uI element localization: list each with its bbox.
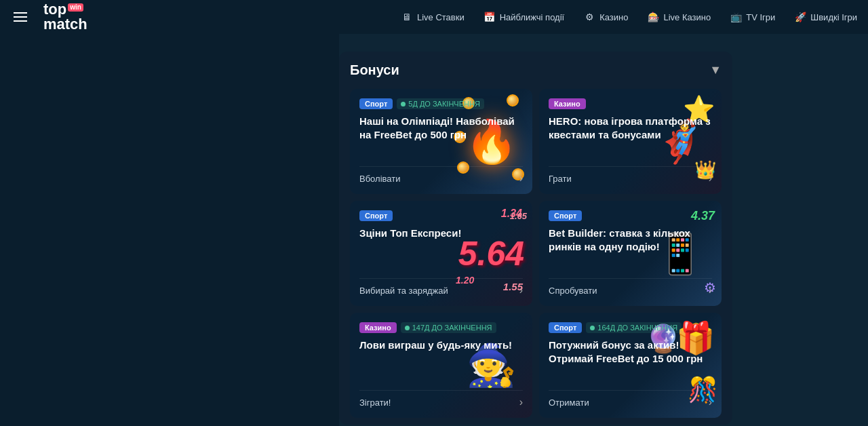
card-freebet-title: Потужний бонус за актив! Отримай FreeBet… [549,338,712,365]
card-freebet-action: Отримати [549,398,589,408]
card-express-arrow: › [519,284,523,296]
nav-live-casino[interactable]: 🎰 Live Казино [647,11,711,23]
nav-upcoming[interactable]: 📅 Найближчі події [484,11,564,23]
bonuses-title: Бонуси [350,62,399,78]
nav-upcoming-label: Найближчі події [500,12,564,22]
upcoming-icon: 📅 [484,11,496,23]
card-wins-arrow: › [519,396,523,408]
casino-icon: ⚙ [583,11,595,23]
bonus-card-olympics[interactable]: Спорт 5Д ДО ЗАКІНЧЕННЯ Наші на Олімпіаді… [350,89,532,194]
nav-tv-games-label: TV Ігри [746,12,775,22]
card-olympics-title: Наші на Олімпіаді! Навболівай на FreeBet… [359,115,523,141]
card-wins-top: Казино 147Д ДО ЗАКІНЧЕННЯ [359,322,523,333]
tag-sport-express: Спорт [359,210,393,221]
card-betbuilder-top: Спорт [549,210,712,221]
card-wins-title: Лови виграш у будь-яку мить! [359,338,523,352]
logo-match-text: match [43,17,87,32]
card-olympics-top: Спорт 5Д ДО ЗАКІНЧЕННЯ [359,98,523,109]
card-betbuilder-action: Спробувати [549,286,597,296]
card-freebet-top: Спорт 164Д ДО ЗАКІНЧЕННЯ [549,322,712,333]
filter-icon[interactable]: ▼ [709,63,722,77]
main-nav: 🖥 Live Ставки 📅 Найближчі події ⚙ Казино… [401,11,857,23]
timer-wins: 147Д ДО ЗАКІНЧЕННЯ [401,322,496,333]
bonus-grid: Спорт 5Д ДО ЗАКІНЧЕННЯ Наші на Олімпіаді… [350,89,722,418]
header: top win match 🖥 Live Ставки 📅 Найближчі … [0,0,868,34]
timer-dot [401,102,406,106]
card-freebet-footer: Отримати › [549,390,712,408]
tag-casino-hero: Казино [549,98,586,109]
tag-sport-freebet: Спорт [549,322,582,333]
card-wins-action: Зіграти! [359,398,391,408]
card-express-title: Зціни Топ Експреси! [359,227,523,240]
timer-dot-wins [405,326,410,330]
live-casino-icon: 🎰 [647,11,659,23]
hamburger-menu[interactable] [11,9,30,24]
nav-casino-label: Казино [599,12,628,22]
card-hero-footer: Грати › [549,166,712,185]
bonus-card-betbuilder[interactable]: Спорт Bet Builder: ставка з кількох ринк… [539,201,722,306]
nav-tv-games[interactable]: 📺 TV Ігри [730,11,775,23]
bonus-card-express[interactable]: Спорт Зціни Топ Експреси! 5.64 1.34 1.65… [350,201,532,306]
tag-casino-wins: Казино [359,322,397,333]
timer-dot-freebet [590,326,595,330]
timer-olympics: 5Д ДО ЗАКІНЧЕННЯ [397,98,484,109]
card-freebet-arrow: › [709,396,712,408]
nav-live-bets[interactable]: 🖥 Live Ставки [401,11,465,23]
card-olympics-footer: Вболівати › [359,166,523,185]
card-hero-action: Грати [549,174,572,184]
tv-games-icon: 📺 [730,11,742,23]
card-olympics-arrow: › [519,172,523,185]
nav-fast-games[interactable]: 🚀 Швидкі Ігри [794,11,857,23]
logo[interactable]: top win match [43,2,87,32]
bonuses-panel: Бонуси ▼ Спорт 5Д ДО ЗАКІНЧЕННЯ Наші на … [339,52,732,425]
card-hero-top: Казино [549,98,712,109]
card-express-footer: Вибирай та заряджай › [359,278,523,296]
nav-fast-games-label: Швидкі Ігри [810,12,857,22]
fast-games-icon: 🚀 [794,11,806,23]
bonus-card-wins[interactable]: Казино 147Д ДО ЗАКІНЧЕННЯ Лови виграш у … [350,313,532,418]
card-express-top: Спорт [359,210,523,221]
logo-win-badge: win [68,3,83,12]
card-wins-footer: Зіграти! › [359,390,523,408]
main-content: Бонуси ▼ Спорт 5Д ДО ЗАКІНЧЕННЯ Наші на … [0,34,868,426]
nav-casino[interactable]: ⚙ Казино [583,11,628,23]
logo-top-text: top [43,2,66,17]
card-betbuilder-footer: Спробувати › [549,278,712,296]
bonuses-header: Бонуси ▼ [350,62,722,78]
live-bets-icon: 🖥 [401,11,413,23]
bonus-card-hero[interactable]: Казино HERO: нова ігрова платформа з кве… [539,89,722,194]
card-hero-title: HERO: нова ігрова платформа з квестами т… [549,115,712,141]
timer-freebet: 164Д ДО ЗАКІНЧЕННЯ [586,322,682,333]
card-betbuilder-title: Bet Builder: ставка з кількох ринків на … [549,227,712,253]
bonus-card-freebet[interactable]: Спорт 164Д ДО ЗАКІНЧЕННЯ Потужний бонус … [539,313,722,418]
card-express-action: Вибирай та заряджай [359,286,448,296]
card-olympics-action: Вболівати [359,174,400,184]
card-hero-arrow: › [709,172,712,185]
card-betbuilder-arrow: › [709,284,712,296]
left-sidebar [0,34,339,426]
tag-sport-betbuilder: Спорт [549,210,582,221]
nav-live-casino-label: Live Казино [663,12,711,22]
nav-live-bets-label: Live Ставки [417,12,465,22]
tag-sport-olympics: Спорт [359,98,393,109]
